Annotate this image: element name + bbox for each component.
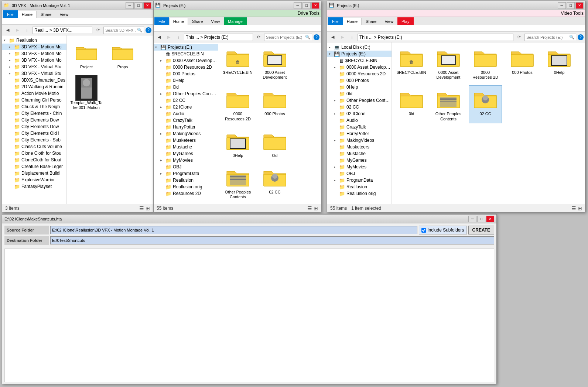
hta-minimize-btn[interactable]: ─ (468, 216, 476, 222)
tree-item-action[interactable]: 📁 Action Movie Motio (2, 90, 66, 97)
folder-item-props[interactable]: Props (106, 38, 139, 71)
tree-item-reallusion-orig3[interactable]: 📁 Reallusion orig (327, 190, 392, 197)
tab-view-1[interactable]: View (55, 10, 72, 18)
minimize-btn-3[interactable]: ─ (558, 2, 566, 9)
help-btn-2[interactable]: ? (314, 34, 319, 40)
tree-item-old[interactable]: 📁 0ld (154, 84, 218, 90)
tree-item-clone1[interactable]: 📁 Clone Cloth for Stou (2, 150, 66, 157)
hta-dest-input[interactable] (50, 236, 494, 244)
hta-maximize-btn[interactable]: □ (477, 216, 485, 222)
folder-item-02cc3[interactable]: 02 CC (469, 85, 502, 123)
refresh-btn-3[interactable]: ⟳ (515, 33, 523, 41)
tree-item-virt1[interactable]: ▸ 📁 3D VFX - Virtual Stu (2, 64, 66, 70)
tree-item-mustache[interactable]: 📁 Mustache (154, 144, 218, 150)
folder-item-resources3[interactable]: 0000 Resources 2D (469, 44, 502, 82)
search-input-3[interactable] (526, 35, 568, 40)
tree-item-asset3[interactable]: ▸ 📁 0000 Asset Development (327, 64, 392, 71)
tree-item-help3[interactable]: 📁 0Help (327, 84, 392, 90)
tree-item-disp[interactable]: 📁 Displacement Buildi (2, 170, 66, 177)
tree-item-projects-e3[interactable]: ▾ 💾 Projects (E:) (327, 51, 392, 57)
tree-item-photos3[interactable]: 📁 000 Photos (327, 77, 392, 84)
folder-item-recycle3[interactable]: 🗑 $RECYCLE.BIN (395, 44, 428, 82)
tree-item-mygames[interactable]: 📁 MyGames (154, 150, 218, 157)
grid-view-btn-3[interactable]: ⊞ (578, 205, 582, 211)
tab-share-2[interactable]: Share (188, 17, 207, 25)
tab-home-3[interactable]: Home (343, 18, 362, 25)
folder-item-000photos3[interactable]: 000 Photos (506, 44, 539, 82)
tab-play-3[interactable]: Play (397, 17, 413, 25)
folder-item-resources[interactable]: 0000 Resources 2D (221, 85, 254, 123)
tree-item-crazytalk[interactable]: 📁 CrazyTalk (154, 117, 218, 124)
tab-file-3[interactable]: File (328, 17, 343, 25)
maximize-btn-3[interactable]: □ (567, 2, 575, 9)
list-view-btn-2[interactable]: ☰ (307, 205, 312, 211)
tree-item-city-sub[interactable]: 📁 City Elements - Sub (2, 137, 66, 143)
hta-create-btn[interactable]: CREATE (468, 226, 494, 234)
tree-item-reallusion3[interactable]: 📁 Reallusion (327, 184, 392, 190)
close-btn-3[interactable]: ✕ (575, 2, 584, 9)
tree-item-02cc[interactable]: 📁 02 CC (154, 97, 218, 104)
tree-item-photos[interactable]: 📁 000 Photos (154, 71, 218, 77)
tree-item-city-old[interactable]: 📁 City Elements Old ! (2, 130, 66, 137)
folder-item-000photos[interactable]: 000 Photos (258, 85, 291, 123)
refresh-btn-2[interactable]: ⟳ (254, 33, 263, 41)
tab-file-2[interactable]: File (154, 17, 169, 25)
up-btn-3[interactable]: ↑ (348, 33, 356, 41)
tree-item-classic[interactable]: 📁 Classic Cuts Volume (2, 143, 66, 150)
minimize-btn-1[interactable]: ─ (126, 2, 134, 9)
minimize-btn-2[interactable]: ─ (294, 2, 302, 9)
tree-item-projects-e[interactable]: ▾ 💾 Projects (E:) (154, 44, 218, 51)
tree-item-virt2[interactable]: ▸ 📁 3D VFX - Virtual Stu (2, 70, 66, 77)
list-view-btn-3[interactable]: ☰ (571, 205, 576, 211)
tree-item-crazytalk3[interactable]: 📁 CrazyTalk (327, 124, 392, 130)
forward-btn-2[interactable]: ▶ (165, 33, 173, 41)
tree-item-progdata3[interactable]: ▸ 📁 ProgramData (327, 177, 392, 184)
tab-file-1[interactable]: File (3, 10, 18, 18)
close-btn-1[interactable]: ✕ (143, 2, 151, 9)
tree-item-3dvfx2[interactable]: ▸ 📁 3D VFX - Motion Mo (2, 50, 66, 57)
tree-item-obj[interactable]: 📁 OBJ (154, 164, 218, 170)
tree-item-musk[interactable]: 📁 Musketeers (154, 137, 218, 144)
hta-close-btn[interactable]: ✕ (486, 216, 494, 222)
back-btn-1[interactable]: ◀ (4, 26, 12, 34)
tree-item-charm[interactable]: 📁 Charming Girl Perso (2, 97, 66, 103)
tab-manage-2[interactable]: Manage (224, 17, 247, 25)
tree-item-creature[interactable]: 📁 Creature Base-Leger (2, 163, 66, 170)
tree-item-2d[interactable]: 📁 2D Walking & Runnin (2, 83, 66, 90)
list-view-btn-1[interactable]: ☰ (139, 205, 144, 211)
tree-item-3dvfx3[interactable]: ▸ 📁 3D VFX - Motion Mo (2, 57, 66, 64)
forward-btn-1[interactable]: ▶ (13, 26, 21, 34)
address-box-1[interactable]: Reall... > 3D VFX... (33, 27, 92, 34)
tree-item-02cc3[interactable]: 📁 02 CC (327, 104, 392, 110)
maximize-btn-2[interactable]: □ (302, 2, 311, 9)
tree-item-other[interactable]: ▸ 📁 Other Peoples Contents (154, 90, 218, 97)
tree-item-recycle-2[interactable]: 🗑 $RECYCLE.BIN (154, 51, 218, 57)
tree-item-02iclone3[interactable]: ▸ 📁 02 IClone (327, 110, 392, 117)
up-btn-2[interactable]: ↑ (174, 33, 182, 41)
tree-item-mustache3[interactable]: 📁 Mustache (327, 150, 392, 157)
folder-item-project[interactable]: Project (70, 38, 103, 71)
help-btn-1[interactable]: ? (146, 27, 151, 33)
tree-item-explosive[interactable]: 📁 ExplosiveWarrior (2, 177, 66, 183)
folder-item-0ld[interactable]: 0ld (258, 127, 291, 160)
tree-item-res2d3[interactable]: 📁 0000 Resources 2D (327, 71, 392, 77)
tree-item-mymovies[interactable]: ▸ 📁 MyMovies (154, 157, 218, 164)
tree-item-harry[interactable]: 📁 HarryPotter (154, 124, 218, 130)
tree-item-obj3[interactable]: 📁 OBJ (327, 170, 392, 177)
help-btn-3[interactable]: ? (578, 34, 584, 40)
tree-item-city-chin[interactable]: 📁 City Elements - Chin (2, 110, 66, 117)
folder-item-02cc[interactable]: 02 CC (258, 164, 291, 201)
back-btn-3[interactable]: ◀ (329, 33, 337, 41)
tree-item-musk3[interactable]: 📁 Musketeers (327, 144, 392, 150)
tree-item-02iclone[interactable]: ▸ 📁 02 IClone (154, 104, 218, 110)
tree-item-reallusion[interactable]: ▾ 📁 Reallusion (2, 37, 66, 44)
close-btn-2[interactable]: ✕ (311, 2, 319, 9)
tree-item-asset[interactable]: ▸ 📁 0000 Asset Development (154, 57, 218, 64)
folder-item-asset-dev3[interactable]: 0000 Asset Development (432, 44, 465, 82)
folder-item-0ld3[interactable]: 0ld (395, 85, 428, 123)
tab-home-2[interactable]: Home (169, 18, 188, 25)
tab-share-1[interactable]: Share (37, 10, 55, 18)
tab-home-1[interactable]: Home (18, 11, 37, 18)
tree-item-3dvfx1[interactable]: ▸ 📁 3D VFX - Motion Mo (2, 44, 66, 50)
tab-view-3[interactable]: View (380, 17, 397, 25)
